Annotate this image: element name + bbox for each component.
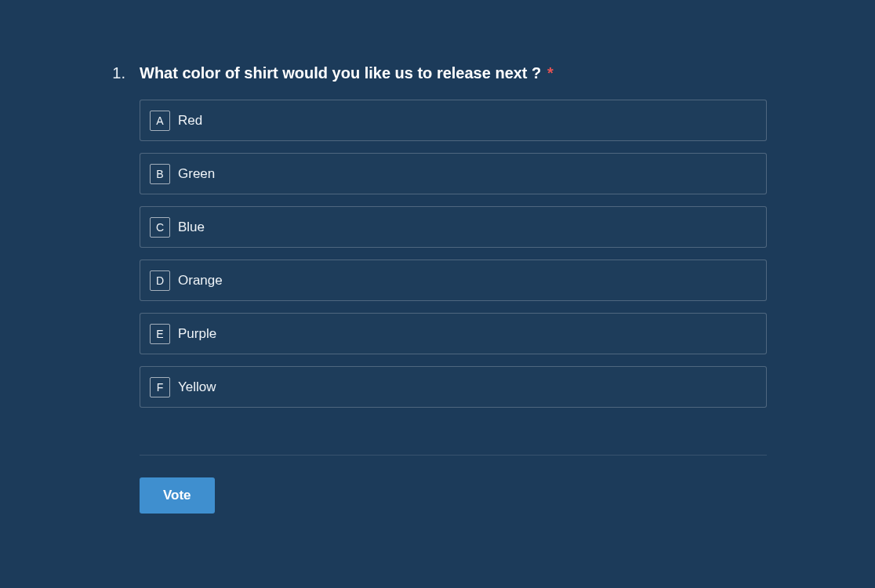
option-letter: A (150, 111, 170, 131)
option-label: Red (178, 113, 202, 129)
option-f[interactable]: F Yellow (140, 366, 767, 408)
option-letter: B (150, 164, 170, 184)
option-label: Orange (178, 273, 223, 289)
question-row: 1. What color of shirt would you like us… (108, 64, 767, 82)
options-list: A Red B Green C Blue D Orange E Purple F… (140, 100, 767, 408)
option-label: Purple (178, 326, 216, 342)
divider (140, 455, 767, 456)
vote-button[interactable]: Vote (140, 477, 215, 514)
question-text: What color of shirt would you like us to… (140, 64, 554, 82)
option-d[interactable]: D Orange (140, 260, 767, 301)
option-a[interactable]: A Red (140, 100, 767, 141)
option-label: Yellow (178, 379, 216, 395)
option-label: Green (178, 166, 215, 182)
option-b[interactable]: B Green (140, 153, 767, 194)
option-letter: E (150, 324, 170, 344)
option-e[interactable]: E Purple (140, 313, 767, 354)
question-number: 1. (108, 64, 125, 82)
option-letter: C (150, 217, 170, 238)
option-letter: F (150, 377, 170, 397)
question-text-label: What color of shirt would you like us to… (140, 64, 541, 82)
required-mark: * (547, 64, 554, 82)
option-label: Blue (178, 220, 205, 235)
poll-container: 1. What color of shirt would you like us… (108, 64, 767, 514)
option-letter: D (150, 270, 170, 291)
option-c[interactable]: C Blue (140, 206, 767, 248)
